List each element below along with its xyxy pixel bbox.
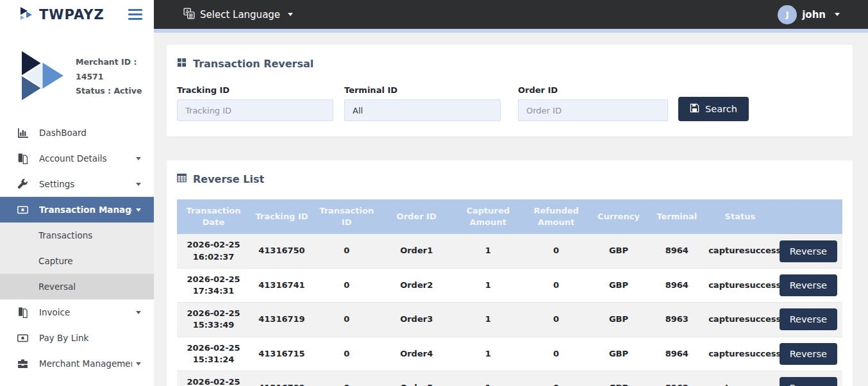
cell-refunded-amount: 0 (523, 337, 590, 371)
cell-terminal: 8964 (647, 268, 706, 302)
sidebar-item-label: Reversal (38, 281, 141, 292)
sidebar-item-account-details[interactable]: Account Details (0, 146, 154, 171)
order-id-field: Order ID (518, 85, 668, 121)
reverse-button[interactable]: Reverse (780, 377, 837, 386)
column-header-captured-amount: Captured Amount (453, 199, 523, 234)
order-id-label: Order ID (518, 85, 668, 95)
cell-refunded-amount: 0 (523, 371, 590, 386)
briefcase-icon (17, 358, 29, 369)
cell-captured-amount: 1 (453, 337, 523, 371)
chevron-down-icon (835, 13, 840, 16)
sidebar-item-invoice[interactable]: Invoice (0, 299, 154, 325)
sidebar-item-transactions[interactable]: Transactions (0, 222, 154, 248)
cell-action: Reverse (774, 337, 842, 371)
cell-captured-amount: 1 (453, 234, 523, 268)
sidebar-item-label: Settings (39, 179, 132, 189)
money-bill-icon (17, 205, 29, 215)
cell-captured-amount: 1 (453, 303, 523, 337)
avatar: J (778, 5, 797, 24)
merchant-block: Merchant ID : 14571 Status : Active (0, 29, 154, 120)
grid-icon (177, 58, 187, 70)
chevron-down-icon (136, 362, 141, 365)
brand-name: TWPAYZ (39, 7, 104, 22)
chevron-down-icon (136, 157, 141, 160)
table-row: 2026-02-2517:34:31413167410Order210GBP89… (177, 268, 842, 302)
cell-order-id: Order2 (380, 268, 453, 302)
sidebar-item-transaction-management[interactable]: Transaction Management (0, 197, 154, 222)
table-icon (177, 173, 187, 185)
reverse-button[interactable]: Reverse (780, 274, 837, 296)
sidebar-item-settings[interactable]: Settings (0, 171, 154, 197)
sidebar: TWPAYZ Merchant ID : 14571 Status : Acti… (0, 0, 154, 386)
hamburger-menu-icon[interactable] (127, 8, 144, 21)
table-row: 2026-02-2515:33:49413167190Order310GBP89… (177, 303, 842, 337)
reverse-button[interactable]: Reverse (780, 308, 837, 330)
tracking-id-input[interactable] (177, 99, 333, 121)
wrench-icon (17, 179, 29, 190)
cell-currency: GBP (590, 337, 648, 371)
table-row: 2026-02-2515:27:33413167090Order510GBP89… (177, 371, 842, 386)
cell-terminal: 8964 (647, 337, 706, 371)
transaction-reversal-title: Transaction Reversal (177, 58, 837, 70)
sidebar-item-dashboard[interactable]: DashBoard (0, 120, 154, 146)
cell-transaction-date: 2026-02-2515:33:49 (177, 303, 250, 337)
sidebar-item-pay-by-link[interactable]: Pay By Link (0, 325, 154, 351)
chevron-down-icon (136, 311, 141, 314)
column-header-transaction-date: Transaction Date (177, 199, 250, 234)
reverse-list-card: Reverse List Transaction DateTracking ID… (167, 160, 853, 386)
cell-action: Reverse (774, 268, 842, 302)
translate-icon: A (183, 8, 195, 22)
sidebar-item-label: Pay By Link (39, 333, 141, 343)
cell-order-id: Order1 (380, 234, 453, 268)
chevron-down-icon (136, 208, 141, 212)
username: john (802, 9, 826, 21)
cell-captured-amount: 1 (453, 268, 523, 302)
sidebar-header: TWPAYZ (0, 0, 154, 29)
cell-transaction-date: 2026-02-2517:34:31 (177, 268, 250, 302)
main-content: Transaction Reversal Tracking ID Termina… (154, 33, 868, 386)
cell-status: capturesuccess (706, 371, 774, 386)
table-header-row: Transaction DateTracking IDTransaction I… (177, 199, 842, 234)
sidebar-item-merchant-management[interactable]: Merchant Management (0, 351, 154, 376)
sidebar-item-label: Transaction Management (39, 205, 132, 215)
cell-status: capturesuccess (706, 303, 774, 337)
cell-order-id: Order4 (380, 337, 453, 371)
terminal-id-select[interactable]: All (344, 99, 501, 121)
reverse-list-title: Reverse List (177, 173, 842, 185)
money-bill-icon (17, 333, 29, 344)
user-menu[interactable]: J john (778, 5, 840, 24)
column-header-refunded-amount: Refunded Amount (523, 199, 590, 234)
reverse-button[interactable]: Reverse (780, 343, 837, 365)
search-button[interactable]: Search (678, 97, 749, 121)
cell-status: capturesuccess (706, 337, 774, 371)
sidebar-item-label: DashBoard (39, 128, 141, 138)
brand-logo-icon (19, 6, 35, 24)
reverse-table: Transaction DateTracking IDTransaction I… (177, 199, 842, 386)
order-id-input[interactable] (518, 99, 668, 121)
cell-refunded-amount: 0 (523, 268, 590, 302)
files-icon (17, 153, 29, 164)
cell-transaction-date: 2026-02-2515:27:33 (177, 371, 250, 386)
brand-logo[interactable]: TWPAYZ (19, 6, 127, 24)
cell-tracking-id: 41316715 (250, 337, 313, 371)
language-selector[interactable]: A Select Language (183, 8, 293, 22)
chevron-down-icon (136, 183, 141, 186)
column-header-action (774, 199, 842, 234)
reverse-button[interactable]: Reverse (780, 240, 837, 262)
sidebar-item-capture[interactable]: Capture (0, 248, 154, 274)
merchant-id-label: Merchant ID : 14571 (76, 55, 147, 84)
cell-currency: GBP (590, 371, 648, 386)
cell-status: capturesuccess (706, 234, 774, 268)
column-header-currency: Currency (590, 199, 648, 234)
cell-refunded-amount: 0 (523, 234, 590, 268)
sidebar-item-reversal[interactable]: Reversal (0, 274, 154, 299)
language-label: Select Language (200, 9, 280, 21)
bar-chart-icon (17, 128, 29, 138)
sidebar-item-label: Merchant Management (39, 358, 132, 369)
cell-transaction-date: 2026-02-2516:02:37 (177, 234, 250, 268)
sidebar-item-label: Transactions (38, 230, 141, 240)
cell-terminal: 8964 (647, 234, 706, 268)
cell-tracking-id: 41316741 (250, 268, 313, 302)
cell-transaction-id: 0 (313, 371, 380, 386)
sidebar-item-label: Invoice (39, 307, 132, 317)
